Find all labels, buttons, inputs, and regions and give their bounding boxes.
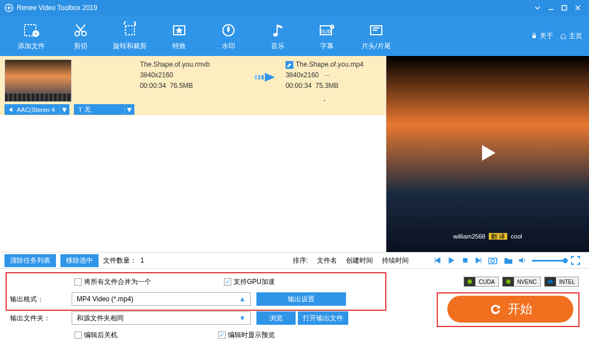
format-label: 输出格式：	[10, 295, 66, 304]
audio-select[interactable]: AAC(Stereo 4 ▾	[4, 104, 69, 115]
nvenc-badge: NVENC	[502, 277, 541, 287]
chevron-down-icon: ▾	[124, 104, 134, 115]
svg-rect-28	[255, 75, 257, 80]
dropdown-button[interactable]	[531, 2, 544, 13]
output-duration: 00:00:34	[286, 82, 312, 90]
volume-icon[interactable]	[518, 256, 526, 264]
music-button[interactable]: 音乐	[253, 21, 302, 51]
intel-badge: INTEL	[544, 277, 579, 287]
refresh-icon	[489, 302, 502, 316]
shutdown-checkbox[interactable]: 编辑后关机	[74, 330, 118, 340]
subtitle-label: 字幕	[320, 41, 334, 51]
snapshot-button[interactable]	[488, 256, 498, 265]
maximize-button[interactable]	[558, 2, 571, 13]
output-resolution: 3840x2160	[286, 71, 319, 79]
svg-text:+: +	[34, 31, 38, 37]
rotate-crop-label: 旋转和裁剪	[113, 41, 147, 51]
source-thumbnail	[4, 59, 72, 102]
chevron-down-icon: ▼	[239, 314, 246, 322]
output-size: 75.3MB	[315, 82, 338, 90]
minimize-button[interactable]	[544, 2, 558, 13]
cut-label: 剪切	[74, 41, 87, 51]
start-button[interactable]: 开始	[447, 296, 573, 323]
source-duration: 00:00:34	[140, 82, 166, 90]
edit-icon[interactable]	[286, 61, 293, 69]
open-folder-button[interactable]	[504, 256, 513, 264]
music-label: 音乐	[271, 41, 284, 51]
sort-by-duration[interactable]: 持续时间	[382, 256, 409, 265]
preview-subtitle: william2568 翻 译 cool	[386, 232, 589, 241]
cuda-badge: CUDA	[464, 277, 498, 287]
svg-rect-29	[258, 75, 260, 80]
next-button[interactable]	[475, 256, 483, 264]
watermark-button[interactable]: 水印	[204, 21, 253, 51]
file-list: AAC(Stereo 4 ▾ T 无 ▾ The.Shape.of.you.rm…	[0, 56, 386, 252]
folder-combo[interactable]: 和源文件夹相同▼	[72, 311, 251, 325]
chevron-down-icon: ▾	[59, 104, 69, 115]
merge-checkbox[interactable]: 将所有文件合并为一个	[74, 277, 151, 287]
rotate-crop-button[interactable]: 旋转和裁剪	[105, 21, 155, 51]
play-overlay-button[interactable]	[474, 139, 501, 169]
svg-rect-27	[532, 35, 536, 38]
svg-rect-30	[261, 75, 264, 80]
lock-icon	[531, 32, 537, 39]
sort-by-name[interactable]: 文件名	[317, 256, 337, 265]
clear-list-button[interactable]: 清除任务列表	[4, 254, 56, 267]
output-filename: The.Shape.of.you.mp4	[296, 59, 363, 70]
cut-button[interactable]: 剪切	[56, 21, 105, 51]
open-output-button[interactable]: 打开输出文件	[298, 311, 348, 325]
svg-rect-31	[463, 258, 468, 263]
svg-rect-19	[277, 25, 278, 35]
sort-label: 排序:	[293, 256, 308, 265]
source-resolution: 3840x2160	[140, 70, 252, 81]
add-file-label: 添加文件	[18, 41, 45, 51]
svg-text:SUB: SUB	[321, 29, 331, 34]
add-file-button[interactable]: + 添加文件	[7, 21, 56, 51]
effect-button[interactable]: 特效	[155, 21, 204, 51]
speaker-icon	[9, 107, 15, 113]
browse-button[interactable]: 浏览	[256, 311, 296, 325]
chevron-up-icon: ▲	[239, 295, 246, 303]
preview-pane: william2568 翻 译 cool	[386, 56, 589, 252]
svg-point-36	[548, 280, 553, 283]
remove-selected-button[interactable]: 移除选中	[60, 254, 99, 267]
play-button[interactable]	[447, 256, 456, 265]
folder-label: 输出文件夹：	[10, 314, 66, 323]
watermark-label: 水印	[222, 41, 235, 51]
output-settings-button[interactable]: 输出设置	[256, 292, 346, 306]
window-title: Renee Video Toolbox 2019	[17, 4, 97, 12]
svg-rect-5	[562, 6, 567, 10]
stop-button[interactable]	[461, 256, 469, 264]
close-button[interactable]	[571, 2, 585, 13]
file-count-label: 文件数量： 1	[103, 256, 144, 265]
intro-outro-label: 片头/片尾	[362, 41, 390, 51]
about-link[interactable]: 关于	[531, 31, 553, 41]
fullscreen-button[interactable]	[571, 256, 580, 265]
svg-point-34	[468, 279, 472, 284]
app-logo-icon	[4, 3, 13, 12]
svg-point-35	[506, 279, 511, 284]
preview-checkbox[interactable]: 编辑时显示预览	[218, 330, 275, 340]
effect-label: 特效	[172, 41, 186, 51]
arrow-icon	[252, 59, 286, 84]
home-link[interactable]: 主页	[560, 31, 582, 41]
sort-by-ctime[interactable]: 创建时间	[346, 256, 373, 265]
volume-slider[interactable]	[532, 260, 565, 262]
subtitle-select[interactable]: T 无 ▾	[74, 104, 134, 115]
subtitle-button[interactable]: SUBT 字幕	[302, 21, 352, 51]
home-icon	[560, 32, 567, 39]
gpu-checkbox[interactable]: 支持GPU加速	[224, 277, 275, 287]
source-size: 76.5MB	[170, 82, 193, 90]
svg-rect-15	[125, 26, 134, 35]
intro-outro-button[interactable]: 片头/片尾	[352, 21, 401, 51]
file-row[interactable]: AAC(Stereo 4 ▾ T 无 ▾ The.Shape.of.you.rm…	[0, 56, 386, 115]
prev-button[interactable]	[433, 256, 441, 264]
svg-point-33	[491, 259, 494, 263]
format-combo[interactable]: MP4 Video (*.mp4)▲	[72, 292, 251, 306]
svg-text:T: T	[331, 25, 334, 30]
source-filename: The.Shape.of.you.rmvb	[140, 59, 252, 70]
